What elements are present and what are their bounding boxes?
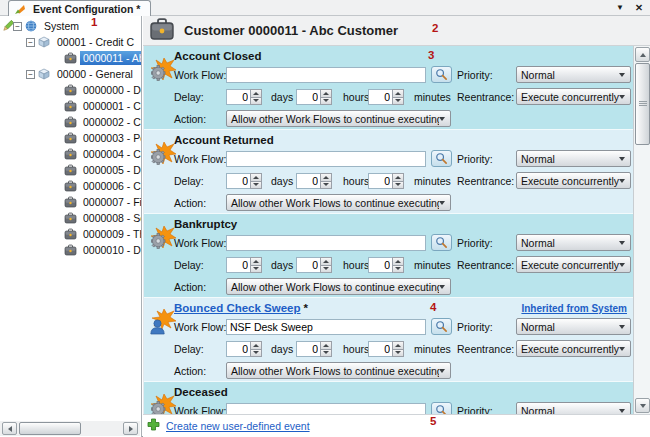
reentrance-select[interactable]: Execute concurrently — [516, 256, 631, 273]
tree-item-label[interactable]: 0000010 - Di — [80, 243, 142, 257]
tree-item[interactable]: −System — [13, 18, 141, 34]
action-select[interactable]: Allow other Work Flows to continue execu… — [226, 278, 451, 295]
delay-minutes-input[interactable] — [368, 257, 392, 273]
priority-select[interactable]: Normal — [516, 150, 631, 167]
tree-item[interactable]: 0000010 - Di — [13, 242, 141, 258]
delay-days-input[interactable] — [226, 257, 250, 273]
work-flow-input[interactable] — [226, 235, 426, 251]
tree-item[interactable]: 0000005 - Di — [13, 162, 141, 178]
action-select[interactable]: Allow other Work Flows to continue execu… — [226, 110, 451, 127]
tree-item-label[interactable]: 0000008 - Se — [80, 211, 142, 225]
tree-item[interactable]: 0000000 - De — [13, 82, 141, 98]
scroll-right-arrow-icon[interactable] — [123, 422, 138, 435]
scroll-left-arrow-icon[interactable] — [2, 422, 17, 435]
work-flow-input[interactable] — [226, 319, 426, 335]
reentrance-select[interactable]: Execute concurrently — [516, 340, 631, 357]
spin-down-icon[interactable] — [250, 266, 262, 274]
tree-item-label[interactable]: 0000007 - Fi — [80, 195, 142, 209]
tree-item[interactable]: 0000001 - Cu — [13, 98, 141, 114]
tree-item[interactable]: −00001 - Credit C — [13, 34, 141, 50]
spin-down-icon[interactable] — [392, 266, 404, 274]
spin-up-icon[interactable] — [250, 341, 262, 350]
collapse-expander-icon[interactable]: − — [13, 22, 22, 31]
tree-item[interactable]: 0000004 - Cu — [13, 146, 141, 162]
spin-up-icon[interactable] — [392, 173, 404, 182]
reentrance-select[interactable]: Execute concurrently — [516, 172, 631, 189]
spin-up-icon[interactable] — [392, 341, 404, 350]
tree-item[interactable]: 0000002 - Cu — [13, 114, 141, 130]
scroll-up-arrow-icon[interactable] — [635, 47, 650, 62]
tree-item-label[interactable]: 0000009 - Th — [80, 227, 142, 241]
tree-scrollbar-thumb[interactable] — [19, 422, 81, 435]
search-icon[interactable] — [431, 402, 452, 414]
spin-down-icon[interactable] — [320, 98, 332, 106]
search-icon[interactable] — [431, 234, 452, 251]
spin-up-icon[interactable] — [392, 257, 404, 266]
tree-item[interactable]: 0000003 - Po — [13, 130, 141, 146]
tree-item[interactable]: 0000011 - Ab — [13, 50, 141, 66]
delay-days-input[interactable] — [226, 341, 250, 357]
tree-horizontal-scrollbar[interactable] — [0, 421, 140, 436]
delay-days-input[interactable] — [226, 173, 250, 189]
priority-select[interactable]: Normal — [516, 66, 631, 83]
delay-hours-input[interactable] — [296, 173, 320, 189]
search-icon[interactable] — [431, 150, 452, 167]
spin-down-icon[interactable] — [392, 182, 404, 190]
panel-menu-button[interactable]: ▼ — [616, 1, 624, 15]
delay-hours-input[interactable] — [296, 341, 320, 357]
tree-item-label[interactable]: 0000005 - Di — [80, 163, 142, 177]
create-event-link[interactable]: Create new user-defined event — [166, 420, 310, 432]
spin-down-icon[interactable] — [320, 350, 332, 358]
tree-item[interactable]: 0000008 - Se — [13, 210, 141, 226]
spin-up-icon[interactable] — [320, 173, 332, 182]
tab-event-configuration[interactable]: Event Configuration * — [8, 0, 151, 16]
collapse-expander-icon[interactable]: − — [26, 38, 35, 47]
spin-down-icon[interactable] — [392, 98, 404, 106]
spin-up-icon[interactable] — [392, 89, 404, 98]
delay-days-input[interactable] — [226, 89, 250, 105]
spin-down-icon[interactable] — [250, 182, 262, 190]
spin-up-icon[interactable] — [250, 257, 262, 266]
tree-item[interactable]: 0000007 - Fi — [13, 194, 141, 210]
tree-item-label[interactable]: 00000 - General — [54, 67, 136, 81]
tree-item[interactable]: 0000009 - Th — [13, 226, 141, 242]
spin-up-icon[interactable] — [320, 257, 332, 266]
close-icon[interactable]: ✕ — [635, 1, 643, 15]
event-title-link[interactable]: Bounced Check Sweep — [174, 302, 301, 314]
action-select[interactable]: Allow other Work Flows to continue execu… — [226, 194, 451, 211]
collapse-expander-icon[interactable]: − — [26, 70, 35, 79]
tree-item-label[interactable]: 0000001 - Cu — [80, 99, 142, 113]
inherited-from-system-link[interactable]: Inherited from System — [521, 303, 627, 314]
spin-up-icon[interactable] — [320, 89, 332, 98]
vertical-scrollbar[interactable] — [633, 46, 650, 414]
priority-select[interactable]: Normal — [516, 234, 631, 251]
spin-down-icon[interactable] — [320, 266, 332, 274]
tree-item-label[interactable]: 0000004 - Cu — [80, 147, 142, 161]
scrollbar-thumb[interactable] — [635, 63, 650, 145]
tree-item-label[interactable]: 0000011 - Ab — [80, 51, 142, 65]
action-select[interactable]: Allow other Work Flows to continue execu… — [226, 362, 451, 379]
spin-down-icon[interactable] — [250, 98, 262, 106]
spin-up-icon[interactable] — [250, 173, 262, 182]
delay-minutes-input[interactable] — [368, 341, 392, 357]
delay-minutes-input[interactable] — [368, 173, 392, 189]
tree-item-label[interactable]: 0000003 - Po — [80, 131, 142, 145]
spin-down-icon[interactable] — [320, 182, 332, 190]
delay-minutes-input[interactable] — [368, 89, 392, 105]
work-flow-input[interactable] — [226, 151, 426, 167]
tree-item-label[interactable]: 0000006 - Cu — [80, 179, 142, 193]
tree-item-label[interactable]: 0000002 - Cu — [80, 115, 142, 129]
priority-select[interactable]: Normal — [516, 318, 631, 335]
priority-select[interactable]: Normal — [516, 402, 631, 414]
delay-hours-input[interactable] — [296, 257, 320, 273]
reentrance-select[interactable]: Execute concurrently — [516, 88, 631, 105]
tree-item-label[interactable]: System — [41, 19, 82, 33]
delay-hours-input[interactable] — [296, 89, 320, 105]
tree-item[interactable]: 0000006 - Cu — [13, 178, 141, 194]
spin-up-icon[interactable] — [320, 341, 332, 350]
search-icon[interactable] — [431, 66, 452, 83]
spin-down-icon[interactable] — [392, 350, 404, 358]
work-flow-input[interactable] — [226, 67, 426, 83]
scroll-down-arrow-icon[interactable] — [635, 398, 650, 413]
tree-item-label[interactable]: 00001 - Credit C — [54, 35, 137, 49]
